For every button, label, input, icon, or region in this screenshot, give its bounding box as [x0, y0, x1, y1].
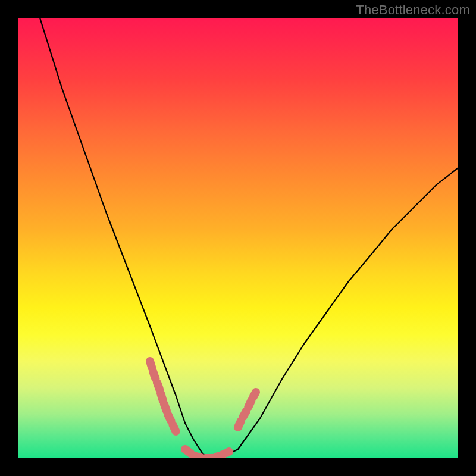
- highlight-left-stroke: [150, 361, 176, 432]
- highlight-right-stroke: [238, 392, 256, 427]
- bottleneck-curve: [40, 18, 458, 458]
- chart-svg: [18, 18, 458, 458]
- watermark-text: TheBottleneck.com: [356, 2, 470, 18]
- highlight-bottom-stroke: [185, 449, 229, 458]
- gradient-plot-area: [18, 18, 458, 458]
